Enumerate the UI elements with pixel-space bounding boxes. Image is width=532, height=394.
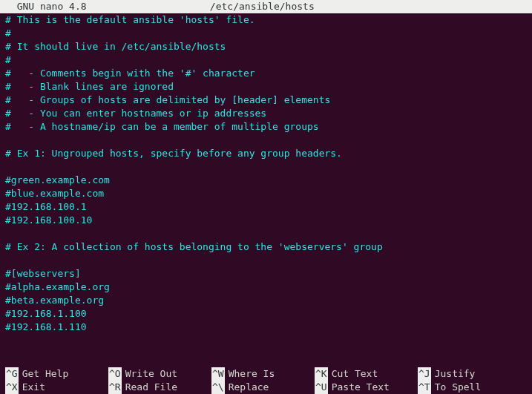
editor-line: # - A hostname/ip can be a member of mul… [5,120,527,134]
shortcut-label: Read File [125,381,177,394]
shortcut-label: Write Out [125,367,177,381]
help2-cmd[interactable]: ^XExit [5,381,108,394]
help1-cmd[interactable]: ^GGet Help [5,367,108,381]
shortcut-key: ^K [315,367,328,381]
editor-line [5,254,527,267]
editor-line: #192.168.100.10 [5,214,527,227]
nano-title-bar: GNU nano 4.8 /etc/ansible/hosts [0,0,532,13]
help2-cmd[interactable]: ^RRead File [108,381,211,394]
shortcut-key: ^\ [211,381,225,394]
help1-cmd[interactable]: ^WWhere Is [211,367,315,381]
shortcut-label: To Spell [435,381,482,394]
shortcut-key: ^W [211,367,225,381]
editor-line: # - Comments begin with the '#' characte… [5,67,527,80]
editor-line [5,227,527,240]
shortcut-label: Get Help [22,367,69,381]
help-row-1: ^GGet Help^OWrite Out^WWhere Is^KCut Tex… [5,367,527,381]
shortcut-label: Exit [22,381,45,394]
help1-cmd[interactable]: ^KCut Text [315,367,418,381]
shortcut-label: Paste Text [332,381,390,394]
shortcut-label: Replace [229,381,269,394]
editor-line: # - You can enter hostnames or ip addres… [5,107,527,120]
app-name: GNU nano 4.8 [5,0,87,13]
shortcut-key: ^O [108,367,122,381]
editor-line: #blue.example.com [5,187,527,200]
editor-line: # Ex 1: Ungrouped hosts, specify before … [5,147,527,160]
editor-area[interactable]: # This is the default ansible 'hosts' fi… [0,13,532,367]
help2-cmd[interactable]: ^TTo Spell [418,381,521,394]
shortcut-key: ^X [5,381,19,394]
editor-line: #192.168.1.110 [5,321,527,334]
help1-cmd[interactable]: ^JJustify [418,367,521,381]
editor-line [5,134,527,147]
shortcut-label: Justify [435,367,476,381]
editor-line: #beta.example.org [5,294,527,307]
title-spacer [438,0,527,13]
editor-line: #[webservers] [5,267,527,280]
editor-line [5,160,527,174]
editor-line: # This is the default ansible 'hosts' fi… [5,13,527,27]
editor-line: # [5,53,527,67]
editor-line: # - Blank lines are ignored [5,80,527,93]
shortcut-label: Cut Text [332,367,378,381]
shortcut-key: ^R [108,381,122,394]
help1-cmd[interactable]: ^OWrite Out [108,367,211,381]
shortcut-key: ^G [5,367,19,381]
help2-cmd[interactable]: ^UPaste Text [315,381,418,394]
editor-line: #green.example.com [5,174,527,187]
editor-line: # [5,27,527,40]
help-bar: ^GGet Help^OWrite Out^WWhere Is^KCut Tex… [0,367,532,394]
help-row-2: ^XExit^RRead File^\Replace^UPaste Text^T… [5,381,527,394]
shortcut-label: Where Is [229,367,275,381]
editor-line: # It should live in /etc/ansible/hosts [5,40,527,53]
shortcut-key: ^J [418,367,431,381]
help2-cmd[interactable]: ^\Replace [211,381,315,394]
editor-line: #192.168.1.100 [5,307,527,321]
shortcut-key: ^T [418,381,431,394]
file-path: /etc/ansible/hosts [87,0,438,13]
editor-line: # - Groups of hosts are delimited by [he… [5,93,527,107]
editor-line: #alpha.example.org [5,280,527,294]
editor-line: # Ex 2: A collection of hosts belonging … [5,240,527,254]
editor-line: #192.168.100.1 [5,200,527,214]
shortcut-key: ^U [315,381,328,394]
